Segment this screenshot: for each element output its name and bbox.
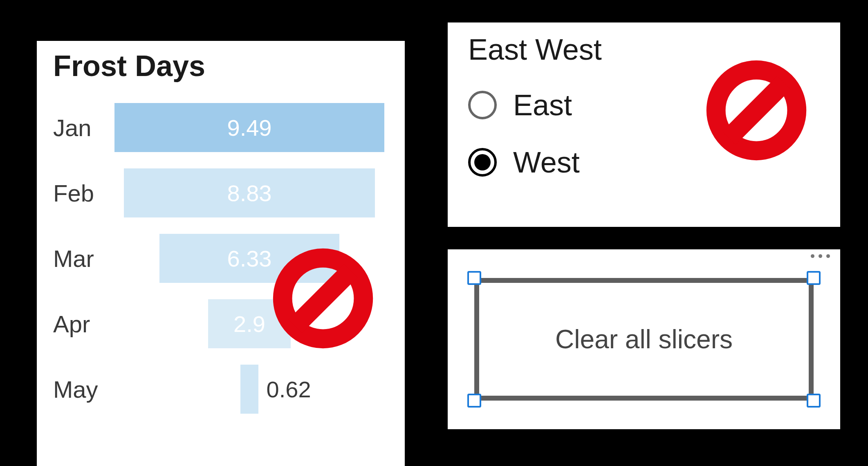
funnel-category-label: Jan [53,114,114,141]
funnel-bar-value-external: 0.62 [267,376,311,403]
funnel-bar-zone: 2.9 [114,299,388,348]
funnel-chart-visual[interactable]: Frost Days Jan 9.49 Feb 8.83 Mar 6.33 [37,41,405,466]
funnel-bar-value: 8.83 [227,180,271,206]
funnel-row-feb[interactable]: Feb 8.83 [53,160,388,226]
funnel-row-may[interactable]: May 0.62 [53,356,388,422]
funnel-bar[interactable]: 9.49 [114,103,384,152]
funnel-bar-value: 2.9 [233,311,265,337]
funnel-category-label: Apr [53,310,114,338]
funnel-category-label: Feb [53,179,114,207]
funnel-bar-zone: 9.49 [114,103,388,152]
slicer-option-west[interactable]: West [468,134,820,191]
clear-all-slicers-button[interactable]: Clear all slicers [474,278,814,401]
funnel-category-label: Mar [53,245,114,272]
funnel-bar-zone: 6.33 [114,234,388,283]
funnel-bar[interactable]: 6.33 [159,234,339,283]
funnel-row-apr[interactable]: Apr 2.9 [53,291,388,356]
selection-handle-bottom-right[interactable] [807,394,821,408]
funnel-bar-zone: 8.83 [114,168,388,217]
radio-unselected-icon[interactable] [468,91,497,119]
clear-all-slicers-label: Clear all slicers [555,324,733,354]
slicer-option-label: West [513,146,580,179]
funnel-bar[interactable]: 8.83 [124,168,375,217]
slicer-title: East West [468,33,820,66]
funnel-category-label: May [53,376,114,403]
funnel-row-jan[interactable]: Jan 9.49 [53,95,388,160]
funnel-rows: Jan 9.49 Feb 8.83 Mar 6.33 [53,95,388,422]
selection-handle-bottom-left[interactable] [467,394,481,408]
clear-slicers-button-visual[interactable]: Clear all slicers [448,249,840,429]
more-options-icon[interactable] [811,254,830,258]
selection-handle-top-right[interactable] [807,271,821,285]
radio-selected-icon[interactable] [468,148,497,177]
slicer-visual[interactable]: East West East West [448,22,840,227]
slicer-option-east[interactable]: East [468,76,820,134]
slicer-option-label: East [513,88,572,122]
funnel-bar[interactable]: 2.9 [208,299,291,348]
funnel-bar-value: 6.33 [227,245,271,272]
funnel-bar-value: 9.49 [227,114,272,141]
funnel-bar[interactable] [240,365,258,414]
funnel-title: Frost Days [53,49,388,83]
selection-handle-top-left[interactable] [467,271,481,285]
funnel-row-mar[interactable]: Mar 6.33 [53,226,388,291]
funnel-bar-zone: 0.62 [114,365,388,414]
